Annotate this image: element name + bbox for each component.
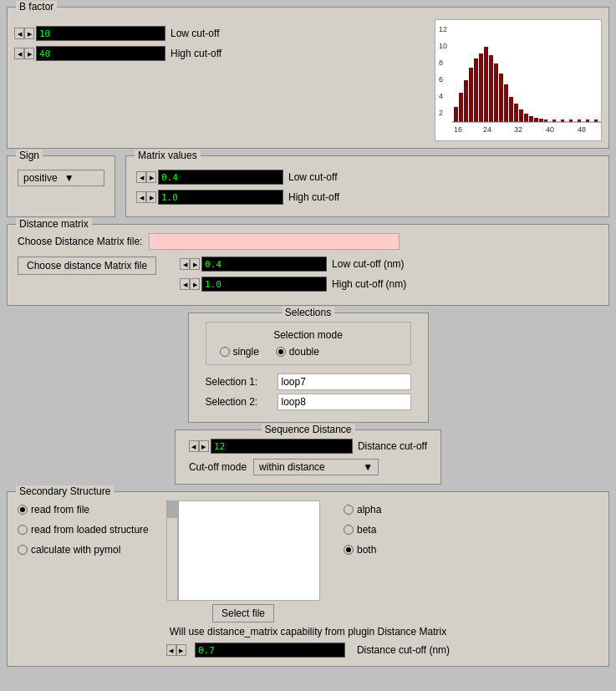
bfactor-low-inc[interactable]: ▶ <box>24 28 34 39</box>
selection1-input[interactable] <box>277 373 411 390</box>
svg-text:48: 48 <box>578 125 586 134</box>
svg-text:10: 10 <box>439 42 447 50</box>
matrix-low-dec[interactable]: ◀ <box>136 171 146 183</box>
matrix-low-row: ◀ ▶ Low cut-off <box>136 170 598 185</box>
selections-group: Selections Selection mode single double … <box>188 312 429 423</box>
bfactor-low-stepper[interactable]: ◀ ▶ <box>14 28 34 39</box>
bfactor-high-stepper[interactable]: ◀ ▶ <box>14 48 34 59</box>
bfactor-high-row: ◀ ▶ High cut-off <box>14 46 426 61</box>
sel-mode-radios: single double <box>220 346 397 358</box>
matrix-high-input[interactable] <box>158 190 283 205</box>
radio-read-loaded[interactable]: read from loaded structure <box>18 524 160 536</box>
bottom-dist-input[interactable] <box>195 643 345 658</box>
radio-both-label: both <box>357 544 376 556</box>
matrix-low-input[interactable] <box>158 170 283 185</box>
svg-text:4: 4 <box>439 92 443 100</box>
dist-low-stepper[interactable]: ◀ ▶ <box>180 258 200 270</box>
seq-dist-input[interactable] <box>211 439 353 454</box>
radio-read-loaded-label: read from loaded structure <box>31 524 149 536</box>
file-input[interactable] <box>149 233 400 250</box>
dist-low-label: Low cut-off (nm) <box>332 258 404 270</box>
matrix-low-stepper[interactable]: ◀ ▶ <box>136 171 156 183</box>
matrix-values-legend: Matrix values <box>135 150 201 161</box>
sign-legend: Sign <box>16 150 43 161</box>
bfactor-high-input[interactable] <box>36 46 165 61</box>
radio-alpha[interactable]: alpha <box>344 504 381 516</box>
bottom-dist-dec[interactable]: ◀ <box>166 644 176 656</box>
matrix-high-inc[interactable]: ▶ <box>146 191 156 203</box>
matrix-high-label: High cut-off <box>288 191 339 203</box>
radio-beta-circle <box>344 525 354 535</box>
svg-rect-21 <box>529 116 533 122</box>
file-choose-label: Choose Distance Matrix file: <box>18 236 142 247</box>
dist-low-dec[interactable]: ◀ <box>180 258 190 270</box>
matrix-high-dec[interactable]: ◀ <box>136 191 146 203</box>
sign-value: positive <box>23 172 58 184</box>
radio-both[interactable]: both <box>344 544 381 556</box>
svg-rect-22 <box>534 118 538 122</box>
matrix-high-stepper[interactable]: ◀ ▶ <box>136 191 156 203</box>
radio-alpha-circle <box>344 505 354 515</box>
seq-dist-stepper[interactable]: ◀ ▶ <box>189 440 209 452</box>
cutoff-mode-label: Cut-off mode <box>189 461 247 473</box>
matrix-low-inc[interactable]: ▶ <box>146 171 156 183</box>
radio-beta-label: beta <box>357 524 376 536</box>
radio-alpha-label: alpha <box>357 504 381 516</box>
svg-rect-10 <box>474 58 478 122</box>
dist-high-inc[interactable]: ▶ <box>190 278 200 290</box>
select-file-btn[interactable]: Select file <box>212 604 274 622</box>
radio-double[interactable]: double <box>276 346 319 358</box>
dist-high-stepper[interactable]: ◀ ▶ <box>180 278 200 290</box>
bfactor-high-dec[interactable]: ◀ <box>14 48 24 59</box>
bfactor-low-label: Low cut-off <box>171 28 219 39</box>
bfactor-low-row: ◀ ▶ Low cut-off <box>14 26 426 41</box>
svg-text:16: 16 <box>454 125 462 134</box>
seq-dist-outer: Sequence Distance ◀ ▶ Distance cut-off C… <box>7 429 609 485</box>
scroll-thumb <box>167 501 177 518</box>
dist-high-dec[interactable]: ◀ <box>180 278 190 290</box>
svg-text:2: 2 <box>439 109 443 117</box>
seq-dist-inc[interactable]: ▶ <box>199 440 209 452</box>
selection2-input[interactable] <box>277 394 411 410</box>
sec-struct-scrollbar[interactable] <box>166 500 178 601</box>
dist-low-input[interactable] <box>201 257 327 272</box>
dist-low-inc[interactable]: ▶ <box>190 258 200 270</box>
radio-read-file[interactable]: read from file <box>18 504 160 516</box>
radio-calc-pymol[interactable]: calculate with pymol <box>18 544 160 556</box>
svg-rect-6 <box>454 107 458 122</box>
radio-calc-pymol-circle <box>18 545 28 555</box>
radio-both-circle <box>344 545 354 555</box>
dist-high-row: ◀ ▶ High cut-off (nm) <box>180 277 406 292</box>
radio-double-label: double <box>289 346 319 358</box>
radio-read-file-label: read from file <box>31 504 89 516</box>
sign-select[interactable]: positive ▼ <box>18 170 104 186</box>
sign-dropdown-arrow: ▼ <box>64 172 74 184</box>
bottom-dist-label: Distance cut-off (nm) <box>357 644 450 656</box>
cutoff-mode-row: Cut-off mode within distance ▼ <box>189 459 427 475</box>
svg-text:32: 32 <box>514 125 522 134</box>
dist-high-input[interactable] <box>201 277 327 292</box>
selection2-label: Selection 2: <box>206 396 272 408</box>
radio-single[interactable]: single <box>220 346 259 358</box>
bottom-dist-stepper[interactable]: ◀ ▶ <box>166 644 186 656</box>
bfactor-low-input[interactable] <box>36 26 165 41</box>
svg-rect-9 <box>469 68 473 122</box>
bfactor-low-dec[interactable]: ◀ <box>14 28 24 39</box>
selection1-label: Selection 1: <box>206 376 272 388</box>
sign-group: Sign positive ▼ <box>7 155 115 217</box>
svg-text:8: 8 <box>439 58 443 67</box>
bottom-dist-inc[interactable]: ▶ <box>176 644 186 656</box>
svg-rect-16 <box>504 84 508 122</box>
cutoff-mode-dropdown[interactable]: within distance ▼ <box>253 459 379 475</box>
svg-text:6: 6 <box>439 75 443 84</box>
seq-dist-dec[interactable]: ◀ <box>189 440 199 452</box>
bfactor-high-inc[interactable]: ▶ <box>24 48 34 59</box>
distance-matrix-group: Distance matrix Choose Distance Matrix f… <box>7 224 609 306</box>
plugin-text-label: Will use distance_matrix capability from… <box>170 626 446 638</box>
plugin-text: Will use distance_matrix capability from… <box>18 626 598 638</box>
radio-beta[interactable]: beta <box>344 524 381 536</box>
svg-rect-20 <box>524 114 528 122</box>
seq-dist-legend: Sequence Distance <box>261 424 354 435</box>
selections-outer: Selections Selection mode single double … <box>7 312 609 423</box>
choose-matrix-btn[interactable]: Choose distance Matrix file <box>18 257 156 275</box>
